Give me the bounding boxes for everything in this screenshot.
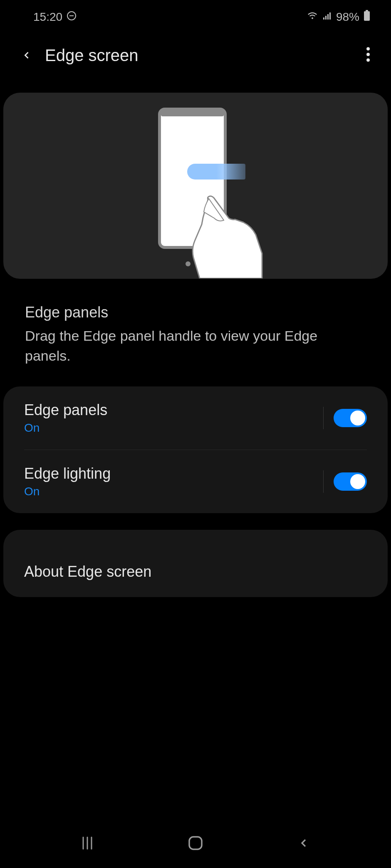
navigation-bar	[0, 818, 391, 868]
svg-rect-5	[329, 12, 331, 20]
setting-text: Edge lighting On	[24, 465, 323, 498]
svg-rect-14	[189, 837, 202, 849]
home-button[interactable]	[179, 831, 212, 856]
section-title: Edge panels	[25, 304, 366, 321]
settings-card: Edge panels On Edge lighting On	[3, 386, 388, 513]
about-edge-screen[interactable]: About Edge screen	[3, 546, 388, 597]
status-time: 15:20	[33, 10, 62, 24]
battery-percent: 98%	[336, 10, 359, 24]
svg-rect-4	[327, 14, 329, 20]
about-card: About Edge screen	[3, 530, 388, 597]
setting-label: Edge panels	[24, 401, 323, 419]
toggle-edge-lighting[interactable]	[334, 472, 367, 491]
setting-edge-panels[interactable]: Edge panels On	[3, 386, 388, 450]
dnd-icon	[67, 10, 77, 24]
setting-status: On	[24, 421, 323, 435]
svg-rect-3	[325, 16, 327, 20]
wifi-icon	[307, 10, 318, 24]
signal-icon	[322, 10, 332, 24]
setting-text: Edge panels On	[24, 401, 323, 435]
setting-status: On	[24, 485, 323, 498]
section-description: Drag the Edge panel handle to view your …	[25, 326, 366, 366]
status-right: 98%	[307, 10, 370, 24]
edge-panel-illustration	[158, 108, 233, 253]
nav-back-button[interactable]	[287, 831, 320, 856]
toggle-edge-panels[interactable]	[334, 409, 367, 427]
svg-rect-7	[364, 11, 370, 21]
svg-rect-2	[323, 17, 324, 20]
recents-button[interactable]	[71, 831, 104, 856]
section-header: Edge panels Drag the Edge panel handle t…	[0, 279, 391, 386]
divider	[323, 470, 324, 493]
page-title: Edge screen	[45, 46, 362, 65]
svg-rect-6	[366, 10, 368, 11]
status-left: 15:20	[33, 10, 77, 24]
svg-point-9	[366, 53, 370, 56]
back-button[interactable]	[21, 49, 32, 61]
more-button[interactable]	[362, 43, 374, 68]
illustration-card[interactable]	[3, 93, 388, 279]
svg-point-10	[366, 59, 370, 62]
setting-label: Edge lighting	[24, 465, 323, 482]
setting-edge-lighting[interactable]: Edge lighting On	[3, 450, 388, 513]
svg-point-8	[366, 47, 370, 51]
header: Edge screen	[0, 30, 391, 80]
divider	[323, 407, 324, 429]
status-bar: 15:20 98%	[0, 0, 391, 30]
battery-icon	[364, 10, 370, 24]
